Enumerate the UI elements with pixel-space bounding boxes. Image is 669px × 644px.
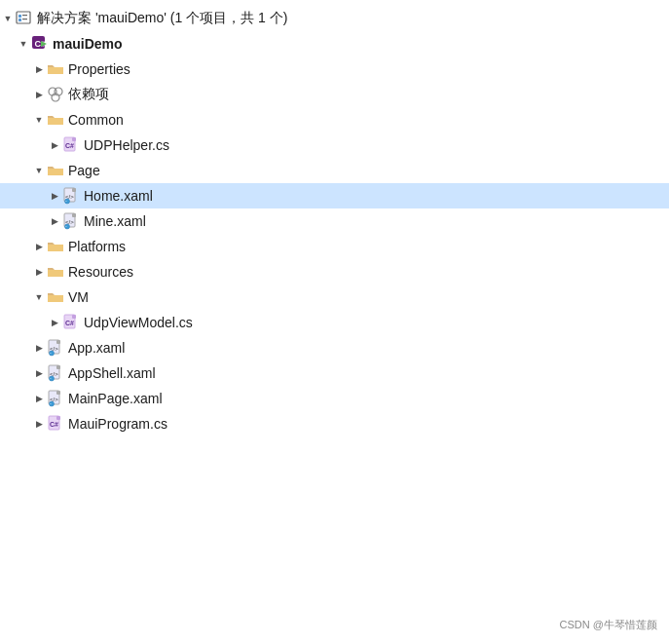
svg-text:C#: C# — [50, 421, 58, 428]
tree-item-mauiprogram[interactable]: C# MauiProgram.cs — [0, 411, 669, 436]
tree-item-udpviewmodel[interactable]: C# UdpViewModel.cs — [0, 310, 669, 335]
svg-rect-28 — [56, 340, 60, 344]
expander-icon[interactable] — [0, 11, 16, 26]
xaml-icon: </> · — [62, 212, 80, 230]
tree-item-properties[interactable]: Properties — [0, 57, 669, 82]
svg-rect-1 — [19, 15, 21, 18]
tree-item-label: 依赖项 — [68, 86, 661, 103]
xaml-icon: </> · — [47, 364, 64, 382]
tree-item-common[interactable]: Common — [0, 107, 669, 133]
tree-item-label: Home.xaml — [84, 188, 661, 204]
expander-icon[interactable] — [31, 163, 47, 178]
tree-item-resources[interactable]: Resources — [0, 259, 669, 284]
folder-icon — [47, 238, 64, 255]
folder-icon — [47, 263, 64, 281]
expander-icon[interactable] — [31, 239, 47, 254]
tree-item-mainpage[interactable]: </> · MainPage.xaml — [0, 386, 669, 411]
folder-icon — [47, 111, 64, 129]
solution-explorer: 解决方案 'mauiDemo' (1 个项目，共 1 个) C# mauiDem… — [0, 0, 669, 644]
svg-rect-20 — [72, 213, 76, 217]
tree-item-label: mauiDemo — [53, 36, 661, 52]
tree-item-app[interactable]: </> · App.xaml — [0, 335, 669, 360]
svg-rect-3 — [22, 15, 27, 16]
xaml-icon: </> · — [47, 390, 64, 407]
ref-icon — [47, 86, 64, 103]
tree-item-udphelper[interactable]: C# UDPHelper.cs — [0, 133, 669, 158]
svg-text:C#: C# — [65, 142, 74, 149]
tree-item-label: Platforms — [68, 239, 661, 254]
expander-icon[interactable] — [31, 61, 47, 77]
svg-text:C#: C# — [65, 320, 74, 326]
tree-item-platforms[interactable]: Platforms — [0, 234, 669, 259]
tree-item-label: UDPHelper.cs — [84, 137, 661, 153]
svg-rect-43 — [56, 416, 60, 420]
tree-item-dependencies[interactable]: 依赖项 — [0, 82, 669, 107]
xaml-icon: </> · — [47, 339, 64, 357]
tree-item-mine[interactable]: </> · Mine.xaml — [0, 208, 669, 234]
cs-icon: C# — [62, 136, 80, 154]
folder-icon — [47, 288, 64, 306]
folder-icon — [47, 60, 64, 78]
solution-icon — [16, 10, 33, 27]
tree-item-appshell[interactable]: </> · AppShell.xaml — [0, 360, 669, 386]
tree-item-label: Common — [68, 112, 661, 128]
expander-icon[interactable] — [16, 36, 31, 52]
expander-icon[interactable] — [31, 289, 47, 305]
tree-item-label: App.xaml — [68, 340, 661, 356]
expander-icon[interactable] — [47, 213, 62, 229]
expander-icon[interactable] — [31, 416, 47, 432]
svg-rect-15 — [72, 188, 76, 192]
tree-item-label: AppShell.xaml — [68, 365, 661, 381]
expander-icon[interactable] — [31, 340, 47, 356]
expander-icon[interactable] — [47, 188, 62, 204]
cs-icon: C# — [47, 415, 64, 433]
tree-item-label: MainPage.xaml — [68, 391, 661, 406]
expander-icon[interactable] — [31, 365, 47, 381]
tree-item-label: Properties — [68, 61, 661, 77]
expander-icon[interactable] — [31, 87, 47, 102]
svg-rect-2 — [19, 19, 21, 21]
svg-rect-12 — [72, 137, 76, 141]
tree-item-label: Mine.xaml — [84, 213, 661, 229]
svg-rect-33 — [56, 365, 60, 369]
tree-item-page[interactable]: Page — [0, 158, 669, 183]
expander-icon[interactable] — [31, 391, 47, 406]
tree-item-label: VM — [68, 289, 661, 305]
watermark: CSDN @牛琴惜莲颜 — [560, 618, 657, 632]
tree-item-label: UdpViewModel.cs — [84, 315, 661, 330]
tree-item-vm[interactable]: VM — [0, 284, 669, 310]
tree-item-mauiDemo[interactable]: C# mauiDemo — [0, 31, 669, 57]
expander-icon[interactable] — [47, 315, 62, 330]
svg-rect-4 — [22, 19, 27, 19]
tree-item-solution[interactable]: 解决方案 'mauiDemo' (1 个项目，共 1 个) — [0, 6, 669, 31]
csharp-project-icon: C# — [31, 35, 49, 53]
expander-icon[interactable] — [31, 264, 47, 280]
svg-rect-25 — [72, 315, 76, 319]
expander-icon[interactable] — [47, 137, 62, 153]
tree-item-label: MauiProgram.cs — [68, 416, 661, 432]
tree-item-label: Page — [68, 163, 661, 178]
xaml-icon: </> · — [62, 187, 80, 205]
cs-icon: C# — [62, 314, 80, 331]
svg-rect-38 — [56, 391, 60, 395]
expander-icon[interactable] — [31, 112, 47, 128]
folder-icon — [47, 162, 64, 179]
tree-item-home[interactable]: </> · Home.xaml — [0, 183, 669, 208]
tree-item-label: Resources — [68, 264, 661, 280]
tree-item-label: 解决方案 'mauiDemo' (1 个项目，共 1 个) — [37, 10, 661, 27]
